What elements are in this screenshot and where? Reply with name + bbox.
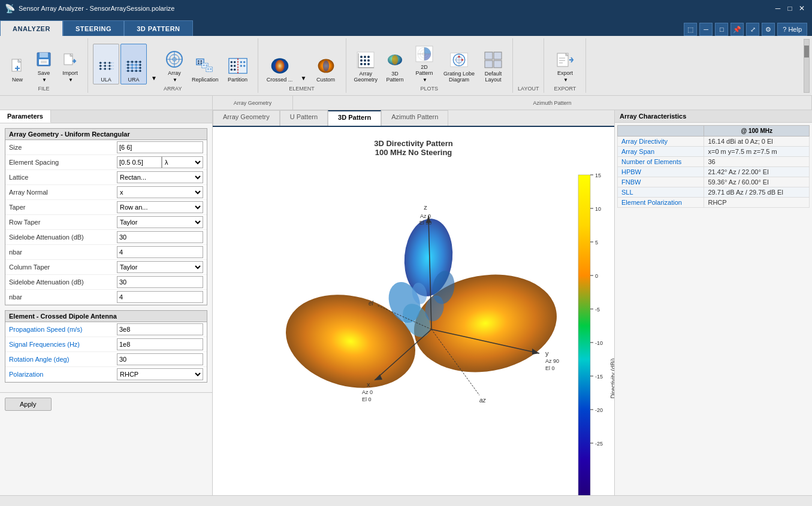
array-dropdown-button[interactable]: ▼ xyxy=(148,71,160,84)
crossed-button[interactable]: Crossed ... xyxy=(263,44,297,84)
svg-point-57 xyxy=(203,65,205,66)
array-btn-dropdown-icon: ▼ xyxy=(173,77,177,83)
svg-point-43 xyxy=(131,70,133,72)
close-button[interactable]: ✕ xyxy=(796,3,807,14)
maximize-panel-button[interactable]: □ xyxy=(715,23,728,36)
svg-rect-106 xyxy=(494,52,502,59)
column-taper-label: Column Taper xyxy=(9,263,117,271)
svg-point-19 xyxy=(99,68,101,69)
parameters-tab[interactable]: Parameters xyxy=(0,110,51,123)
default-layout-button[interactable]: DefaultLayout xyxy=(479,44,508,84)
ribbon-group-plots: ArrayGeometry 3 xyxy=(346,38,514,93)
question-icon: ? xyxy=(783,26,786,33)
save-icon xyxy=(34,50,53,69)
help-button[interactable]: ? Help xyxy=(777,23,807,36)
lattice-select[interactable]: Rectan... Triangular xyxy=(117,171,203,183)
partition-button[interactable]: Partition xyxy=(223,44,253,84)
save-button[interactable]: Save ▼ xyxy=(31,44,56,84)
chars-col-value: @ 100 MHz xyxy=(704,126,810,137)
minimize-button[interactable]: ─ xyxy=(772,3,783,14)
svg-rect-140 xyxy=(578,175,590,495)
svg-point-89 xyxy=(367,56,370,58)
panel-content: Array Geometry - Uniform Rectangular Siz… xyxy=(0,123,212,392)
new-button[interactable]: New xyxy=(5,44,30,84)
svg-text:-5: -5 xyxy=(595,307,600,313)
export-dropdown-icon: ▼ xyxy=(563,77,568,83)
custom-button[interactable]: Custom xyxy=(311,44,341,84)
new-icon xyxy=(8,56,27,75)
tab-steering[interactable]: STEERING xyxy=(63,20,124,36)
svg-point-60 xyxy=(207,68,209,70)
grating-lobe-button[interactable]: Grating LobeDiagram xyxy=(440,44,478,84)
colorbar-container: 15 10 5 0 -5 -10 -15 -20 xyxy=(572,169,584,459)
table-row: Number of Elements 36 xyxy=(618,157,810,167)
array-normal-select[interactable]: x y z xyxy=(117,186,203,198)
prop-speed-input[interactable] xyxy=(117,323,203,335)
undock-button[interactable]: ⬚ xyxy=(684,23,697,36)
ula-button[interactable]: ULA xyxy=(93,44,119,84)
left-panel: Parameters Array Geometry - Uniform Rect… xyxy=(0,110,213,495)
array-geometry-section-title: Array Geometry - Uniform Rectangular xyxy=(5,129,207,140)
apply-button[interactable]: Apply xyxy=(5,398,52,411)
nbar-input2[interactable] xyxy=(117,291,203,303)
row-taper-select[interactable]: Taylor Chebyshev Uniform xyxy=(117,216,203,228)
svg-point-17 xyxy=(104,65,106,66)
fullscreen-button[interactable]: ⤢ xyxy=(746,23,759,36)
svg-point-84 xyxy=(360,59,363,62)
array-button[interactable]: Array ▼ xyxy=(161,44,188,84)
view-tab-array-geometry[interactable]: Array Geometry xyxy=(213,110,280,126)
right-panel: Array Characteristics @ 100 MHz Array Di… xyxy=(614,110,812,495)
array-characteristics-header: Array Characteristics xyxy=(615,110,812,123)
rotation-angle-input[interactable] xyxy=(117,353,203,365)
pin-button[interactable]: 📌 xyxy=(731,23,744,36)
sidelobe-atten-input1[interactable] xyxy=(117,231,203,243)
2d-pattern-plot-button[interactable]: 2DPattern ▼ xyxy=(409,44,439,84)
svg-point-73 xyxy=(243,65,245,67)
element-polarization-value: RHCP xyxy=(704,198,810,208)
array-geometry-section-label: Array Geometry xyxy=(213,96,293,110)
column-taper-select[interactable]: Taylor Chebyshev Uniform xyxy=(117,261,203,273)
center-area: Array Geometry U Pattern 3D Pattern Azim… xyxy=(213,110,614,495)
svg-rect-107 xyxy=(485,60,493,68)
signal-freq-input[interactable] xyxy=(117,338,203,350)
minimize-panel-button[interactable]: ─ xyxy=(699,23,713,36)
sidelobe-atten-input2[interactable] xyxy=(117,276,203,288)
svg-text:x: x xyxy=(367,381,370,388)
tab-3dpattern[interactable]: 3D PATTERN xyxy=(124,20,192,36)
export-button[interactable]: Export ▼ xyxy=(550,44,581,84)
main-tabbar: ANALYZER STEERING 3D PATTERN ⬚ ─ □ 📌 ⤢ ⚙… xyxy=(0,17,812,36)
sidelobe-atten-row1: Sidelobe Attenuation (dB) xyxy=(5,230,207,245)
ribbon-group-element: Crossed ... ▼ xyxy=(258,38,346,93)
sll-label: SLL xyxy=(618,187,704,198)
ura-icon xyxy=(124,56,143,75)
maximize-button[interactable]: □ xyxy=(784,3,795,14)
nbar-input1[interactable] xyxy=(117,246,203,258)
size-row: Size xyxy=(5,140,207,155)
view-tab-3d-pattern[interactable]: 3D Pattern xyxy=(328,110,381,126)
svg-point-61 xyxy=(210,68,212,70)
tab-analyzer[interactable]: ANALYZER xyxy=(0,20,63,36)
import-button[interactable]: Import ▼ xyxy=(58,44,83,84)
svg-point-87 xyxy=(360,56,363,58)
ura-button[interactable]: URA xyxy=(120,44,147,84)
view-tab-azimuth-pattern[interactable]: Azimuth Pattern xyxy=(381,110,448,126)
element-spacing-unit-select[interactable]: λ m xyxy=(162,156,203,168)
settings-button[interactable]: ⚙ xyxy=(762,23,775,36)
replication-button[interactable]: Replication xyxy=(189,44,222,84)
taper-row: Taper Row an... None Custom xyxy=(5,200,207,215)
element-dropdown-button[interactable]: ▼ xyxy=(298,71,310,84)
save-dropdown-icon: ▼ xyxy=(42,77,47,83)
ribbon-group-array: ULA xyxy=(88,38,258,93)
pattern-svg[interactable]: z Az 0 El 90 y Az 90 El 0 x Az 0 El 0 el… xyxy=(258,156,569,467)
3d-pattern-plot-button[interactable]: 3DPattern xyxy=(382,44,408,84)
polarization-select[interactable]: RHCP LHCP Linear xyxy=(117,368,203,380)
view-tab-u-pattern[interactable]: U Pattern xyxy=(280,110,328,126)
svg-text:10: 10 xyxy=(595,206,601,212)
element-spacing-input[interactable] xyxy=(117,156,162,168)
svg-point-16 xyxy=(99,65,101,66)
ribbon-scroll-indicator[interactable] xyxy=(804,39,810,93)
taper-select[interactable]: Row an... None Custom xyxy=(117,201,203,213)
array-geometry-plot-button[interactable]: ArrayGeometry xyxy=(351,44,381,84)
size-input[interactable] xyxy=(117,141,203,153)
svg-point-13 xyxy=(99,62,101,63)
